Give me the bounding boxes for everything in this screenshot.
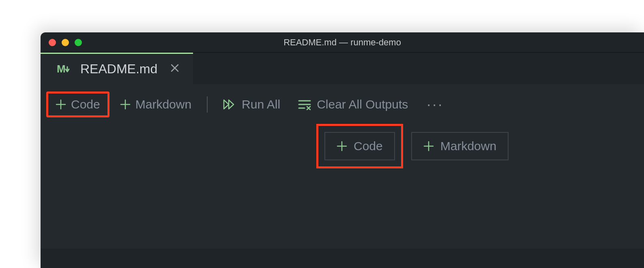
notebook-toolbar: Code Markdown Run All [41, 84, 644, 125]
plus-icon [337, 141, 347, 151]
cell-inserter-row: Code Markdown [41, 125, 644, 168]
svg-text:M: M [57, 64, 66, 75]
toolbar-separator [207, 96, 208, 113]
run-all-label: Run All [242, 98, 280, 111]
add-code-label: Code [71, 98, 100, 111]
minimize-window-button[interactable] [62, 39, 69, 46]
tab-readme[interactable]: M README.md [41, 53, 193, 84]
add-markdown-label: Markdown [135, 98, 191, 111]
plus-icon [56, 99, 66, 110]
insert-markdown-label: Markdown [440, 139, 496, 153]
close-tab-icon[interactable] [169, 61, 181, 77]
insert-code-cell-button[interactable]: Code [324, 132, 395, 160]
clear-outputs-icon [298, 99, 312, 110]
titlebar: README.md — runme-demo [41, 32, 644, 53]
maximize-window-button[interactable] [75, 39, 82, 46]
tabs-bar: M README.md [41, 53, 644, 84]
add-code-button[interactable]: Code [46, 91, 109, 117]
plus-icon [120, 99, 131, 110]
more-actions-button[interactable]: ··· [419, 96, 452, 113]
window-title: README.md — runme-demo [283, 37, 401, 48]
insert-markdown-cell-button[interactable]: Markdown [411, 132, 509, 160]
run-all-button[interactable]: Run All [216, 94, 288, 115]
insert-code-label: Code [354, 139, 383, 153]
tab-label: README.md [80, 62, 157, 77]
editor-area [41, 168, 644, 249]
plus-icon [423, 141, 434, 151]
run-all-icon [223, 98, 237, 111]
clear-outputs-label: Clear All Outputs [317, 98, 408, 111]
close-window-button[interactable] [49, 39, 56, 46]
clear-outputs-button[interactable]: Clear All Outputs [291, 94, 415, 115]
markdown-file-icon: M [57, 64, 73, 75]
editor-window: README.md — runme-demo M README.md [41, 32, 644, 268]
traffic-lights [49, 39, 82, 46]
add-markdown-button[interactable]: Markdown [113, 94, 199, 115]
